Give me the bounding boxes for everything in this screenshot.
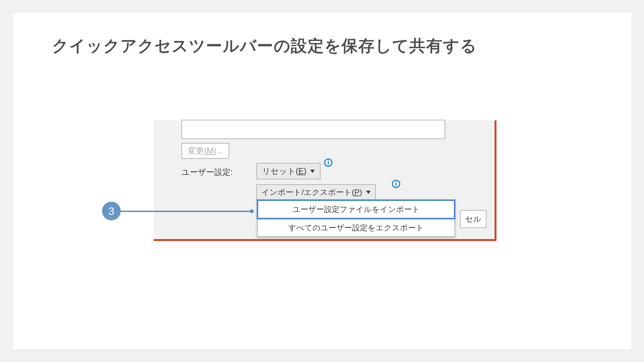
impexp-accel: P: [354, 188, 360, 196]
user-settings-label: ユーザー設定:: [181, 167, 233, 177]
modify-button-accel: M: [207, 146, 213, 155]
chevron-down-icon: [310, 170, 315, 173]
reset-text-before: リセット(: [262, 166, 298, 176]
screenshot-crop: 変更(M)... ユーザー設定: リセット(E) インポート/エクスポート(P)…: [154, 120, 496, 241]
impexp-text-after: ): [360, 188, 362, 196]
impexp-text-before: インポート/エクスポート(: [261, 188, 354, 196]
reset-text-after: ): [304, 166, 306, 176]
import-export-dropdown: ユーザー設定ファイルをインポート すべてのユーザー設定をエクスポート: [257, 200, 455, 237]
reset-accel: E: [298, 166, 304, 176]
callout-dot: [250, 209, 254, 213]
step-badge-3: 3: [102, 202, 121, 220]
modify-button-text-before: 変更(: [188, 146, 207, 155]
slide-title: クイックアクセスツールバーの設定を保存して共有する: [52, 35, 477, 57]
import-export-menu-button[interactable]: インポート/エクスポート(P): [256, 184, 376, 200]
callout-line: [112, 211, 252, 212]
dropdown-item-import[interactable]: ユーザー設定ファイルをインポート: [257, 199, 455, 219]
info-icon[interactable]: [392, 180, 400, 188]
modify-button-disabled: 変更(M)...: [181, 143, 229, 159]
chevron-down-icon: [366, 191, 371, 194]
reset-menu-button[interactable]: リセット(E): [256, 163, 321, 179]
cancel-button-partial[interactable]: セル: [460, 210, 486, 228]
empty-listbox[interactable]: [181, 120, 445, 139]
info-icon[interactable]: [324, 158, 332, 167]
dropdown-item-export[interactable]: すべてのユーザー設定をエクスポート: [258, 219, 455, 236]
modify-button-text-after: )...: [213, 146, 223, 155]
